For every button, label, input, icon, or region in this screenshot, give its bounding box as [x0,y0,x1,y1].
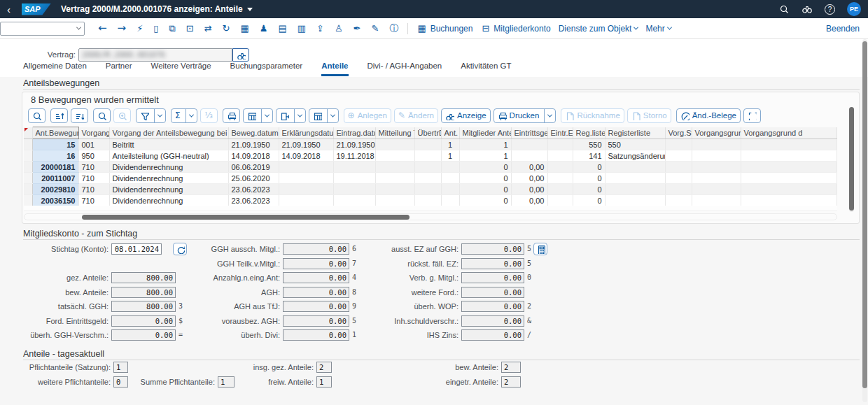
ggh-aussch-mitgl-field[interactable]: 0.00 [283,243,349,255]
column-header[interactable]: Ant.Bewegung [32,127,78,139]
menu-buchungen[interactable]: ▦Buchungen [416,22,472,34]
menu-mitgliederkonto[interactable]: ⊟Mitgliederkonto [480,22,550,34]
refresh-icon[interactable]: ↻ [221,22,232,34]
table-row[interactable]: 20011007 710 Dividendenrechnung 25.06.20… [24,173,837,184]
column-header[interactable]: Ant. [441,127,459,139]
sum-button[interactable]: Σ [171,108,197,123]
column-header[interactable]: Vorgang der Anteilsbewegung bei Mitglied… [109,127,228,139]
row-select-cell[interactable] [24,184,32,195]
sort-ascending-icon[interactable] [50,108,68,123]
find-icon[interactable] [93,108,111,123]
agh-aus-tfj-field[interactable]: 0.00 [283,301,349,312]
column-header[interactable]: Erklärungsdatum [279,127,333,139]
tab-partner[interactable]: Partner [106,62,132,76]
note-icon[interactable]: ✎ [370,22,380,34]
tab-aktivitaeten-gt[interactable]: Aktivitäten GT [461,62,511,76]
aend-belege-button[interactable]: Änd.-Belege [676,108,741,123]
forward-icon[interactable]: → [116,22,128,35]
anzeige-button[interactable]: Anzeige [441,108,491,123]
fullscreen-icon[interactable] [743,108,761,123]
bew-anteile-heute-field[interactable]: 2 [501,362,521,373]
views-button[interactable] [243,108,273,123]
column-header[interactable]: Eintrittsgeld [511,127,547,139]
column-header[interactable]: Vorgangsgrund [692,127,741,139]
vorausbez-agh-field[interactable]: 0.00 [283,315,349,327]
gez-anteile-field[interactable]: 800.00 [111,272,176,283]
binoculars-icon[interactable] [802,3,813,15]
column-header[interactable]: Reg.liste [573,127,605,139]
tab-divi-agh-angaben[interactable]: Divi- / AGH-Angaben [368,62,442,76]
member-icon[interactable]: ♟ [258,22,270,34]
tab-buchungsparameter[interactable]: Buchungsparameter [230,62,303,76]
horizontal-scrollbar[interactable] [24,213,837,220]
hierarchy-icon[interactable]: ⧉ [167,22,176,34]
info-icon[interactable]: ⓘ [388,22,400,34]
tab-anteile[interactable]: Anteile [321,62,348,76]
table-row[interactable]: 20029810 710 Dividendenrechnung 23.06.20… [24,184,837,195]
menu-dienste-zum-objekt[interactable]: Dienste zum Objekt [559,24,638,34]
export-button[interactable] [276,108,306,123]
verb-g-mitgl-field[interactable]: 0.00 [461,272,524,283]
freiw-anteile-field[interactable]: 1 [316,376,332,388]
bew-anteile-field[interactable]: 800.00 [111,287,176,298]
sort-descending-icon[interactable] [71,108,88,123]
back-icon[interactable]: ← [97,22,108,35]
partner-transfer-icon[interactable]: ⇄ [203,22,214,34]
column-header[interactable]: ÜbertrDat [414,127,441,139]
select-all-header[interactable] [24,127,32,139]
row-select-cell[interactable] [24,139,32,150]
ueberh-divi-field[interactable]: 0.00 [283,329,349,341]
inh-schuldverschr-field[interactable]: 0.00 [461,315,524,327]
table-vertical-scrollbar[interactable] [849,107,854,212]
weitere-ford-field[interactable]: 0.00 [461,287,524,298]
choose-layout-button[interactable] [309,108,339,123]
column-header[interactable]: Vorg.St. [665,127,692,139]
column-header[interactable]: Vorgangsgrund d [741,127,837,139]
ueberh-wop-field[interactable]: 0.00 [461,301,524,312]
filter-button[interactable] [136,108,166,123]
insg-gez-anteile-field[interactable]: 2 [316,362,332,373]
column-header[interactable]: Vorgang [78,127,109,139]
refresh-button[interactable] [173,243,187,255]
horizontal-scrollbar-thumb[interactable] [82,215,410,220]
page-vertical-scrollbar-thumb[interactable] [862,41,867,388]
export-icon[interactable]: ⇪ [315,22,326,34]
drucken-button[interactable]: Drucken [493,108,556,123]
user-avatar[interactable]: PE [847,2,861,16]
tab-allgemeine-daten[interactable]: Allgemeine Daten [23,62,87,76]
row-select-cell[interactable] [24,162,32,173]
schedule-icon[interactable]: ▦ [239,22,250,34]
ueberh-ggh-verschm-field[interactable]: 0.00 [111,329,176,341]
anzahlg-field[interactable]: 0.00 [283,272,349,283]
search-icon[interactable] [778,3,790,15]
details-icon[interactable] [28,108,46,123]
table-vertical-scrollbar-thumb[interactable] [849,107,854,211]
page-vertical-scrollbar[interactable] [862,39,867,402]
tatsaechl-ggh-field[interactable]: 800.00 [111,301,176,312]
print-icon[interactable]: ▥ [296,22,307,34]
calculator-button[interactable] [533,243,547,255]
rueckst-faell-ez-field[interactable]: 0.00 [461,258,524,269]
row-select-cell[interactable] [24,195,32,206]
vertrag-search-button[interactable] [232,48,249,62]
column-header[interactable]: Mitglieder Anteile [459,127,511,139]
table-row[interactable]: 15 001 Beitritt 21.09.1950 21.09.1950 21… [24,139,837,150]
ihs-zins-field[interactable]: 0.00 [461,329,524,341]
stichtag-input[interactable]: 08.01.2024 [111,243,162,255]
partner-overview-icon[interactable]: ♙ [333,22,344,34]
ausst-ez-auf-ggh-field[interactable]: 0.00 [461,243,524,255]
other-object-icon[interactable]: ⚡ [135,22,144,34]
table-row[interactable]: 20000181 710 Dividendenrechnung 06.06.20… [24,162,837,173]
command-field[interactable] [0,22,85,36]
ford-eintrittsgeld-field[interactable]: 0.00 [111,315,176,327]
shell-back-icon[interactable]: ‹ [7,4,10,15]
copy-icon[interactable]: ⊡ [185,22,195,34]
beenden-button[interactable]: Beenden [826,24,860,34]
print-preview-icon[interactable] [223,108,240,123]
menu-mehr[interactable]: Mehr [645,24,671,34]
column-header[interactable]: Eintrag.datum [333,127,375,139]
create-icon[interactable]: ▯ [152,22,160,34]
column-header[interactable]: Eintr.Erl. [547,127,573,139]
shell-title[interactable]: Vertrag 2000/M.2000.001076 anzeigen: Ant… [61,4,253,14]
table-row[interactable]: 16 950 Anteilsteilung (GGH-neutral) 14.0… [24,150,837,162]
